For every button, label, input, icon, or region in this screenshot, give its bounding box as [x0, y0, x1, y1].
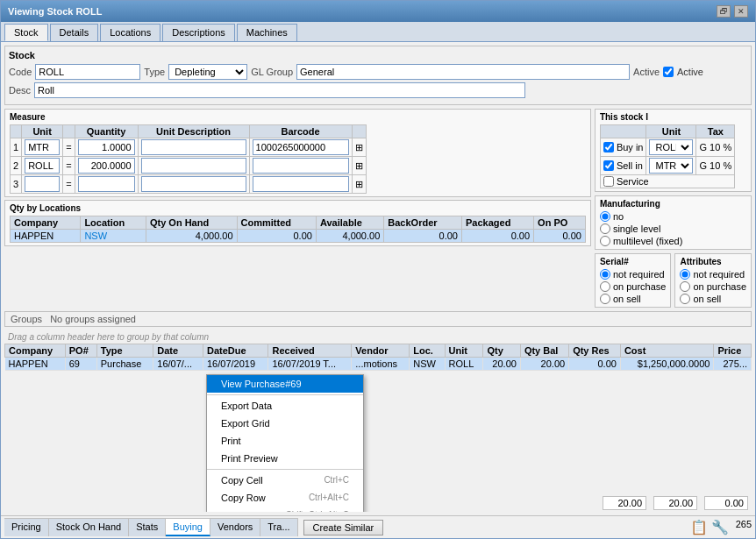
- main-content: Stock Code Type Depleting GL Group Activ…: [1, 42, 755, 515]
- mfg-multi-label: multilevel (fixed): [613, 236, 682, 246]
- po-wrapper: Drag a column header here to group by th…: [4, 330, 752, 512]
- po-table: Company PO# Type Date DateDue Received V…: [4, 344, 752, 371]
- serial-on-purchase-radio[interactable]: [600, 281, 610, 292]
- measure-row-1-barcode-icon[interactable]: ⊞: [352, 138, 366, 157]
- ts-buy-unit-cell: ROLL: [646, 138, 696, 157]
- bottom-tab-stats[interactable]: Stats: [129, 519, 166, 536]
- po-row[interactable]: HAPPEN 69 Purchase 16/07/... 16/07/2019 …: [5, 358, 752, 371]
- serial-on-sell-row: on sell: [600, 294, 667, 304]
- po-qty-res: 0.00: [569, 358, 621, 371]
- serial-title: Serial#: [600, 257, 667, 266]
- measure-row-3-unit: [22, 175, 63, 194]
- measure-row-3-num: 3: [11, 175, 22, 194]
- create-similar-button[interactable]: Create Similar: [303, 520, 384, 535]
- footer-icon-2[interactable]: 🔧: [711, 519, 729, 535]
- main-stock-area: Measure Unit Quantity Unit Description B…: [4, 109, 591, 308]
- po-qty-bal: 20.00: [520, 358, 568, 371]
- attr-not-req-radio[interactable]: [680, 269, 690, 280]
- attr-on-purchase-radio[interactable]: [680, 281, 690, 292]
- bottom-tab-pricing[interactable]: Pricing: [4, 519, 49, 536]
- qty-row[interactable]: HAPPEN NSW 4,000.00 0.00 4,000.00 0.00 0…: [11, 230, 586, 243]
- qty-packaged: 0.00: [462, 230, 534, 243]
- po-company: HAPPEN: [5, 358, 66, 371]
- bottom-tab-tra[interactable]: Tra...: [260, 519, 297, 536]
- manufacturing-title: Manufacturing: [600, 199, 746, 209]
- measure-row-1-unit: [22, 138, 63, 157]
- qty-committed: 0.00: [237, 230, 316, 243]
- sell-in-tax-label: G: [699, 160, 707, 171]
- measure-row-2-desc: [138, 157, 249, 175]
- ts-buy-check-cell: Buy in: [600, 138, 646, 157]
- context-menu-sep-1: [207, 394, 363, 395]
- ts-col-empty: [600, 125, 646, 138]
- tab-machines[interactable]: Machines: [237, 24, 297, 41]
- context-menu-item-copy-cell[interactable]: Copy Cell Ctrl+C: [207, 472, 363, 489]
- bottom-tab-stock-on-hand[interactable]: Stock On Hand: [49, 519, 130, 536]
- drag-hint: Drag a column header here to group by th…: [4, 330, 752, 344]
- tab-descriptions[interactable]: Descriptions: [162, 24, 235, 41]
- code-input[interactable]: [35, 64, 140, 80]
- serial-on-sell-radio[interactable]: [600, 294, 610, 304]
- po-col-date: Date: [153, 344, 203, 358]
- sell-in-unit-select[interactable]: MTR: [649, 158, 693, 174]
- mfg-multi-radio[interactable]: [600, 236, 610, 246]
- tab-locations[interactable]: Locations: [100, 24, 160, 41]
- type-select[interactable]: Depleting: [168, 64, 247, 80]
- footer-icon-1[interactable]: 📋: [690, 519, 708, 535]
- qty-on-po: 0.00: [534, 230, 586, 243]
- qty-location[interactable]: NSW: [81, 230, 146, 243]
- po-po: 69: [65, 358, 96, 371]
- context-menu-item-view-purchase[interactable]: View Purchase#69: [207, 375, 363, 393]
- buy-in-label: Buy in: [617, 142, 644, 152]
- context-menu-item-print-preview[interactable]: Print Preview: [207, 450, 363, 467]
- measure-row-3-barcode-icon[interactable]: ⊞: [352, 175, 366, 194]
- restore-button[interactable]: 🗗: [717, 5, 731, 18]
- close-button[interactable]: ✕: [734, 5, 748, 18]
- measure-row-1-qty: [75, 138, 138, 157]
- context-menu-item-copy-all[interactable]: Copy All Shift+Ctrl+Alt+C: [207, 507, 363, 512]
- measure-col-qty: Quantity: [75, 125, 138, 138]
- mfg-single-radio[interactable]: [600, 223, 610, 234]
- po-qty: 20.00: [483, 358, 520, 371]
- ts-service-row: Service: [600, 175, 734, 188]
- buy-in-checkbox[interactable]: [603, 142, 614, 152]
- ts-service-label-row: Service: [603, 176, 731, 187]
- sell-in-checkbox[interactable]: [603, 160, 614, 171]
- context-menu-item-print[interactable]: Print: [207, 432, 363, 450]
- mfg-no-row: no: [600, 211, 746, 222]
- context-menu-item-copy-all-shortcut: Shift+Ctrl+Alt+C: [286, 510, 349, 512]
- code-label: Code: [9, 67, 32, 77]
- po-table-container[interactable]: Company PO# Type Date DateDue Received V…: [4, 344, 752, 494]
- qty-table: Company Location Qty On Hand Committed A…: [10, 216, 586, 243]
- serial-not-req-radio[interactable]: [600, 269, 610, 280]
- measure-row-3-desc: [138, 175, 249, 194]
- ts-sell-label-row: Sell in: [603, 160, 644, 171]
- measure-row-3-eq: =: [63, 175, 75, 194]
- tab-details[interactable]: Details: [50, 24, 99, 41]
- attr-on-sell-radio[interactable]: [680, 294, 690, 304]
- qty-col-location: Location: [81, 216, 146, 230]
- serial-radio-group: not required on purchase on sell: [600, 269, 667, 304]
- buy-in-unit-select[interactable]: ROLL: [649, 139, 693, 155]
- desc-input[interactable]: [34, 82, 525, 98]
- po-unit: ROLL: [445, 358, 483, 371]
- type-label: Type: [144, 67, 165, 77]
- gl-group-input[interactable]: [296, 64, 630, 80]
- mfg-single-row: single level: [600, 223, 746, 234]
- service-checkbox[interactable]: [603, 176, 614, 187]
- bottom-tab-buying[interactable]: Buying: [166, 519, 210, 536]
- po-type: Purchase: [96, 358, 153, 371]
- active-checkbox[interactable]: [663, 67, 674, 77]
- bottom-tab-vendors[interactable]: Vendors: [210, 519, 260, 536]
- mfg-no-radio[interactable]: [600, 211, 610, 222]
- measure-row-2-barcode-icon[interactable]: ⊞: [352, 157, 366, 175]
- tab-stock[interactable]: Stock: [4, 24, 48, 41]
- context-menu-item-export-data[interactable]: Export Data: [207, 397, 363, 415]
- context-menu-item-copy-row-shortcut: Ctrl+Alt+C: [309, 493, 349, 503]
- stock-form-row2: Desc: [9, 82, 747, 98]
- qty-col-backorder: BackOrder: [384, 216, 462, 230]
- footer-right: 📋 🔧 265: [690, 519, 752, 535]
- context-menu-item-copy-row[interactable]: Copy Row Ctrl+Alt+C: [207, 489, 363, 507]
- context-menu-item-export-grid[interactable]: Export Grid: [207, 415, 363, 432]
- po-col-received: Received: [268, 344, 352, 358]
